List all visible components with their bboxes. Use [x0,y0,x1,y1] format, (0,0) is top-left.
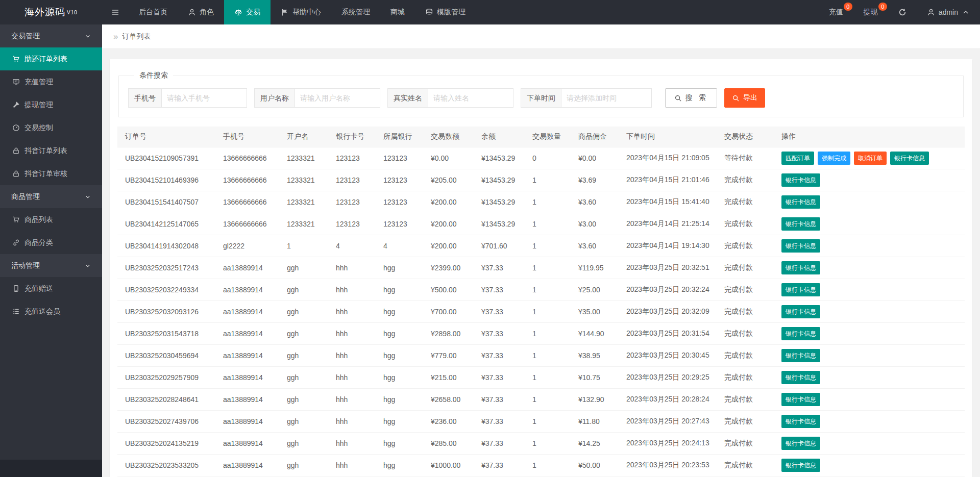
export-search-icon [732,94,740,102]
cell-order-time: 2023年04月14日 21:25:14 [619,213,717,235]
sidebar-item-0-1[interactable]: 充值管理 [0,70,102,93]
cell-amount: ¥200.00 [423,191,474,213]
sidebar-item-label: 助还订单列表 [24,55,67,64]
column-header-5: 交易数额 [423,127,474,147]
cell-phone: aa13889914 [215,388,279,410]
bank-card-info-button[interactable]: 银行卡信息 [781,415,820,428]
cancel-order-button[interactable]: 取消订单 [854,152,887,165]
cell-commission: ¥35.00 [571,300,619,322]
table-row: UB2303252027439706aa13889914gghhhhhgg¥23… [117,410,965,432]
cell-status: 完成付款 [717,300,774,322]
realname-field-group: 真实姓名 [387,88,513,108]
bank-card-info-button[interactable]: 银行卡信息 [781,459,820,472]
refresh-button[interactable] [888,0,917,24]
sidebar-item-label: 商品列表 [24,215,53,224]
cell-bank: hgg [376,344,423,366]
cell-commission: ¥0.00 [571,147,619,169]
bank-card-info-button[interactable]: 银行卡信息 [781,195,820,209]
bank-card-info-button[interactable]: 银行卡信息 [781,305,820,318]
cell-order-time: 2023年04月14日 19:14:30 [619,235,717,257]
sidebar-item-0-3[interactable]: 交易控制 [0,116,102,139]
cell-actions: 银行卡信息 [774,279,965,300]
sidebar-item-2-1[interactable]: 充值送会员 [0,300,102,323]
cell-phone: aa13889914 [215,410,279,432]
bank-card-info-button[interactable]: 银行卡信息 [781,371,820,384]
nav-item-4[interactable]: 系统管理 [331,0,380,24]
nav-item-5[interactable]: 商城 [380,0,415,24]
table-row: UB2303252032517243aa13889914gghhhhhgg¥23… [117,257,965,279]
nav-item-3[interactable]: 帮助中心 [271,0,331,24]
sidebar-item-2-0[interactable]: 充值赠送 [0,277,102,300]
cell-quantity: 1 [525,454,571,476]
realname-input[interactable] [428,88,513,108]
app-logo: 海外源码 V10 [0,0,102,24]
bank-card-info-button[interactable]: 银行卡信息 [781,217,820,231]
bank-card-info-button[interactable]: 银行卡信息 [781,239,820,253]
cell-bank: 123123 [376,169,423,191]
match-order-button[interactable]: 匹配订单 [781,152,814,165]
cell-account-name: 1233321 [279,169,328,191]
app-logo-title: 海外源码 [24,6,65,19]
cell-actions: 银行卡信息 [774,257,965,279]
cell-status: 完成付款 [717,279,774,300]
sidebar-item-1-1[interactable]: 商品分类 [0,231,102,254]
topnav: 后台首页角色交易帮助中心系统管理商城模版管理 [102,0,476,24]
cell-phone: 13666666666 [215,147,279,169]
withdraw-nav-item[interactable]: 提现 0 [853,0,888,24]
cell-bank-card-no: hhh [328,388,376,410]
bank-card-info-button[interactable]: 银行卡信息 [781,173,820,187]
sidebar-item-0-5[interactable]: 抖音订单审核 [0,162,102,185]
bank-card-info-button[interactable]: 银行卡信息 [781,283,820,296]
sidebar-item-0-0[interactable]: 助还订单列表 [0,47,102,70]
menu-toggle-button[interactable] [102,0,129,24]
sidebar-section-0[interactable]: 交易管理 [0,24,102,47]
phone-field-group: 手机号 [128,88,247,108]
bank-card-info-button[interactable]: 银行卡信息 [781,327,820,340]
username-input[interactable] [295,88,380,108]
bank-card-info-button[interactable]: 银行卡信息 [781,393,820,406]
cell-amount: ¥285.00 [423,432,474,454]
force-complete-button[interactable]: 强制完成 [818,152,850,165]
bank-card-info-button[interactable]: 银行卡信息 [890,152,929,165]
cell-order-time: 2023年03月25日 20:30:45 [619,344,717,366]
cell-phone: 13666666666 [215,213,279,235]
user-menu[interactable]: admin [917,0,980,24]
sidebar-item-label: 商品分类 [24,238,53,247]
nav-item-0[interactable]: 后台首页 [129,0,178,24]
table-row: UB2303252023533205aa13889914gghhhhhgg¥10… [117,454,965,476]
sidebar-section-2[interactable]: 活动管理 [0,254,102,277]
cell-order-time: 2023年03月25日 20:32:09 [619,300,717,322]
username: admin [939,8,958,16]
phone-input[interactable] [161,88,247,108]
nav-item-6[interactable]: 模版管理 [415,0,476,24]
bank-card-info-button[interactable]: 银行卡信息 [781,437,820,450]
cell-balance: ¥37.33 [474,257,525,279]
table-row: UB2303252029257909aa13889914gghhhhhgg¥21… [117,366,965,388]
order-time-input[interactable] [561,88,652,108]
bank-card-info-button[interactable]: 银行卡信息 [781,349,820,362]
order-time-field-group: 下单时间 [521,88,652,108]
nav-item-2[interactable]: 交易 [224,0,271,24]
search-button[interactable]: 搜 索 [665,88,717,108]
lock-icon [12,170,20,178]
sidebar-section-title: 活动管理 [11,261,40,270]
recharge-nav-item[interactable]: 充值 0 [819,0,853,24]
cell-bank: hgg [376,366,423,388]
cell-phone: aa13889914 [215,454,279,476]
bank-card-info-button[interactable]: 银行卡信息 [781,261,820,274]
refresh-icon [898,8,906,16]
nav-item-1[interactable]: 角色 [178,0,224,24]
sidebar-item-0-4[interactable]: 抖音订单列表 [0,139,102,162]
cell-bank: hgg [376,279,423,300]
sidebar-footer [0,460,102,477]
sidebar-item-label: 抖音订单审核 [24,169,67,179]
sidebar-item-0-2[interactable]: 提现管理 [0,93,102,116]
cell-bank: hgg [376,410,423,432]
export-button[interactable]: 导出 [724,88,765,108]
cell-phone: aa13889914 [215,279,279,300]
sidebar-section-1[interactable]: 商品管理 [0,185,102,208]
cell-amount: ¥2898.00 [423,322,474,344]
sidebar-item-1-0[interactable]: 商品列表 [0,208,102,231]
cell-bank-card-no: hhh [328,322,376,344]
cell-balance: ¥37.33 [474,410,525,432]
